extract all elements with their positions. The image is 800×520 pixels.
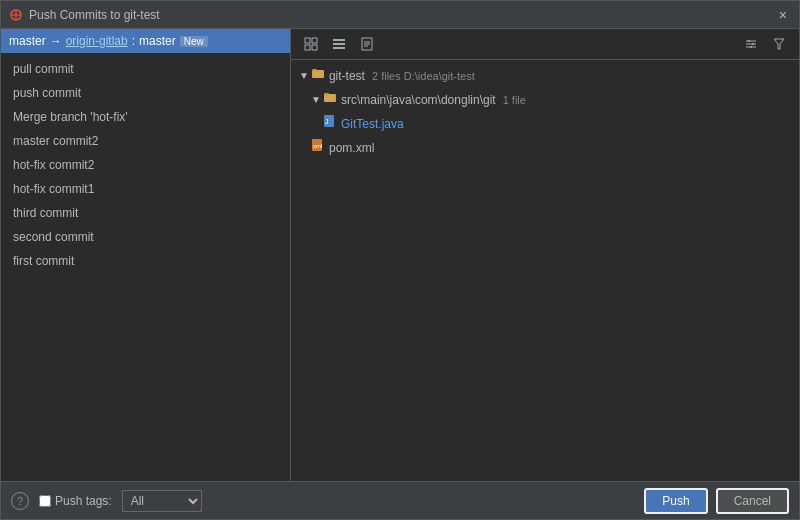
filter-icon xyxy=(772,37,786,51)
svg-text:xml: xml xyxy=(313,143,322,149)
svg-rect-4 xyxy=(312,38,317,43)
window-title: Push Commits to git-test xyxy=(29,8,160,22)
list-item[interactable]: Merge branch 'hot-fix' xyxy=(1,105,290,129)
branch-separator: : xyxy=(132,34,135,48)
push-tags-label: Push tags: xyxy=(39,494,112,508)
svg-rect-21 xyxy=(312,70,324,78)
right-panel: ▼ git-test 2 files D:\idea\git-test ▼ sr xyxy=(291,29,799,481)
bottom-right-buttons: Push Cancel xyxy=(644,488,789,514)
doc-button[interactable] xyxy=(355,33,379,55)
diff-icon xyxy=(332,37,346,51)
expand-icon xyxy=(304,37,318,51)
tree-folder[interactable]: ▼ src\main\java\com\donglin\git 1 file xyxy=(291,88,799,112)
list-item[interactable]: hot-fix commit2 xyxy=(1,153,290,177)
list-item[interactable]: third commit xyxy=(1,201,290,225)
tree-file-xml[interactable]: xml pom.xml xyxy=(291,136,799,160)
list-item[interactable]: first commit xyxy=(1,249,290,273)
root-path: D:\idea\git-test xyxy=(401,66,475,86)
folder-count: 1 file xyxy=(500,90,526,110)
tags-dropdown[interactable]: All xyxy=(122,490,202,512)
bottom-bar: ? Push tags: All Push Cancel xyxy=(1,481,799,519)
collapse-arrow: ▼ xyxy=(311,90,321,110)
diff-button[interactable] xyxy=(327,33,351,55)
doc-icon xyxy=(360,37,374,51)
java-file-icon: J xyxy=(323,114,337,134)
close-button[interactable]: × xyxy=(775,5,791,25)
help-button[interactable]: ? xyxy=(11,492,29,510)
title-bar: Push Commits to git-test × xyxy=(1,1,799,29)
svg-rect-7 xyxy=(333,39,345,41)
commit-list: pull commit push commit Merge branch 'ho… xyxy=(1,53,290,481)
branch-arrow: → xyxy=(50,34,62,48)
svg-rect-8 xyxy=(333,43,345,45)
svg-rect-23 xyxy=(324,94,336,102)
list-item[interactable]: second commit xyxy=(1,225,290,249)
filter-button[interactable] xyxy=(767,33,791,55)
title-bar-left: Push Commits to git-test xyxy=(9,8,160,22)
toolbar-left xyxy=(299,33,379,55)
cancel-button[interactable]: Cancel xyxy=(716,488,789,514)
git-icon xyxy=(9,8,23,22)
svg-rect-3 xyxy=(305,38,310,43)
root-count: 2 files xyxy=(369,66,401,86)
toolbar-right xyxy=(739,33,791,55)
remote-name[interactable]: origin-gitlab xyxy=(66,34,128,48)
file-tree: ▼ git-test 2 files D:\idea\git-test ▼ sr xyxy=(291,60,799,481)
left-panel: master → origin-gitlab : master New pull… xyxy=(1,29,291,481)
svg-rect-6 xyxy=(312,45,317,50)
list-item[interactable]: master commit2 xyxy=(1,129,290,153)
svg-text:J: J xyxy=(325,118,329,125)
push-button[interactable]: Push xyxy=(644,488,707,514)
main-content: master → origin-gitlab : master New pull… xyxy=(1,29,799,481)
xml-file-icon: xml xyxy=(311,138,325,158)
settings-icon xyxy=(744,37,758,51)
tree-file-java[interactable]: J GitTest.java xyxy=(291,112,799,136)
svg-rect-24 xyxy=(324,93,329,95)
right-toolbar xyxy=(291,29,799,60)
expand-all-button[interactable] xyxy=(299,33,323,55)
push-tags-checkbox[interactable] xyxy=(39,495,51,507)
svg-rect-22 xyxy=(312,69,317,71)
push-commits-window: Push Commits to git-test × master → orig… xyxy=(0,0,800,520)
tree-root[interactable]: ▼ git-test 2 files D:\idea\git-test xyxy=(291,64,799,88)
folder-name: src\main\java\com\donglin\git xyxy=(341,90,496,110)
folder-icon xyxy=(311,66,325,86)
xml-file-name: pom.xml xyxy=(329,138,374,158)
svg-rect-9 xyxy=(333,47,345,49)
list-item[interactable]: hot-fix commit1 xyxy=(1,177,290,201)
svg-marker-20 xyxy=(774,39,784,49)
settings-button[interactable] xyxy=(739,33,763,55)
collapse-arrow: ▼ xyxy=(299,66,309,86)
svg-rect-5 xyxy=(305,45,310,50)
remote-branch: master xyxy=(139,34,176,48)
local-branch: master xyxy=(9,34,46,48)
new-badge: New xyxy=(180,36,208,47)
folder-icon xyxy=(323,90,337,110)
java-file-name: GitTest.java xyxy=(341,114,404,134)
root-name: git-test xyxy=(329,66,365,86)
list-item[interactable]: pull commit xyxy=(1,57,290,81)
list-item[interactable]: push commit xyxy=(1,81,290,105)
branch-header: master → origin-gitlab : master New xyxy=(1,29,290,53)
